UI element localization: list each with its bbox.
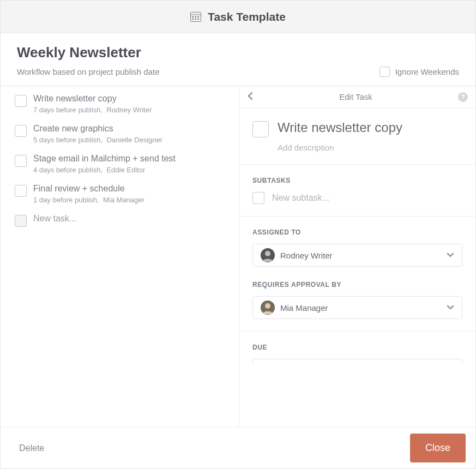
ignore-weekends-label: Ignore Weekends	[395, 67, 459, 76]
task-title: Write newsletter copy	[33, 94, 229, 104]
requires-approval-value: Mia Manager	[280, 303, 328, 312]
avatar	[261, 300, 275, 315]
due-select[interactable]	[252, 359, 462, 363]
modal-title: Task Template	[208, 10, 286, 23]
workflow-row: Workflow based on project publish date I…	[17, 67, 459, 77]
task-row[interactable]: Create new graphics 5 days before publis…	[15, 124, 229, 144]
requires-approval-select[interactable]: Mia Manager	[252, 296, 462, 319]
task-checkbox[interactable]	[15, 155, 27, 167]
edit-task-header-title: Edit Task	[339, 92, 372, 101]
task-row[interactable]: Stage email in Mailchimp + send test 4 d…	[15, 154, 229, 174]
template-icon	[190, 12, 201, 22]
svg-point-9	[265, 251, 270, 256]
assigned-to-section: ASSIGNED TO Rodney Writer REQUIRES APPRO…	[239, 216, 475, 331]
svg-rect-6	[195, 19, 196, 20]
columns: Write newsletter copy 7 days before publ…	[1, 86, 475, 427]
edit-task-header: Edit Task ?	[239, 86, 475, 108]
task-title: Create new graphics	[33, 124, 229, 134]
chevron-down-icon	[447, 303, 454, 312]
edit-task-checkbox[interactable]	[252, 121, 269, 137]
svg-rect-5	[192, 19, 194, 20]
task-checkbox[interactable]	[15, 95, 27, 107]
task-title: Final review + schedule	[33, 184, 229, 194]
task-checkbox[interactable]	[15, 185, 27, 197]
back-icon[interactable]	[247, 92, 254, 103]
help-icon[interactable]: ?	[458, 92, 468, 102]
task-row[interactable]: Final review + schedule 1 day before pub…	[15, 184, 229, 204]
close-button[interactable]: Close	[410, 434, 466, 462]
edit-task-body: Write newsletter copy Add description	[239, 108, 475, 164]
svg-rect-3	[195, 16, 196, 17]
new-task-placeholder[interactable]: New task...	[33, 214, 229, 224]
task-subtext: 5 days before publish, Danielle Designer	[33, 136, 229, 144]
template-meta: Weekly Newsletter Workflow based on proj…	[1, 33, 475, 86]
new-subtask-row[interactable]: New subtask...	[252, 192, 462, 204]
task-list: Write newsletter copy 7 days before publ…	[1, 86, 239, 248]
task-list-panel[interactable]: Write newsletter copy 7 days before publ…	[1, 86, 239, 427]
new-task-row[interactable]: New task...	[15, 214, 229, 227]
chevron-down-icon	[447, 250, 454, 260]
task-title: Stage email in Mailchimp + send test	[33, 154, 229, 164]
task-subtext: 1 day before publish, Mia Manager	[33, 196, 229, 204]
task-checkbox[interactable]	[15, 125, 27, 137]
assigned-to-select[interactable]: Rodney Writer	[252, 244, 462, 267]
ignore-weekends-checkbox[interactable]	[379, 67, 390, 77]
workflow-basis-text: Workflow based on project publish date	[17, 67, 160, 76]
task-row[interactable]: Write newsletter copy 7 days before publ…	[15, 94, 229, 114]
svg-point-11	[265, 303, 270, 309]
due-label: DUE	[252, 344, 462, 351]
modal-title-group: Task Template	[190, 10, 286, 23]
svg-rect-7	[197, 19, 199, 20]
new-subtask-placeholder[interactable]: New subtask...	[272, 193, 329, 203]
avatar	[261, 248, 275, 262]
subtask-checkbox[interactable]	[252, 192, 264, 204]
requires-approval-label: REQUIRES APPROVAL BY	[252, 281, 462, 288]
subtasks-label: SUBTASKS	[252, 177, 462, 184]
svg-rect-2	[192, 16, 194, 17]
due-section: DUE	[239, 331, 475, 375]
subtasks-section: SUBTASKS New subtask...	[239, 164, 475, 216]
task-subtext: 7 days before publish, Rodney Writer	[33, 106, 229, 114]
task-template-modal: Task Template Weekly Newsletter Workflow…	[0, 0, 476, 469]
task-subtext: 4 days before publish, Eddie Editor	[33, 166, 229, 174]
edit-task-title[interactable]: Write newsletter copy	[278, 120, 402, 137]
modal-header: Task Template	[1, 1, 475, 33]
edit-task-title-row: Write newsletter copy	[252, 120, 462, 137]
edit-task-panel[interactable]: Edit Task ? Write newsletter copy Add de…	[239, 86, 475, 427]
add-description-field[interactable]: Add description	[278, 143, 462, 152]
delete-button[interactable]: Delete	[19, 443, 44, 453]
template-name[interactable]: Weekly Newsletter	[17, 44, 459, 61]
modal-footer: Delete Close	[1, 427, 475, 468]
ignore-weekends-toggle[interactable]: Ignore Weekends	[379, 67, 459, 77]
assigned-to-value: Rodney Writer	[280, 251, 333, 260]
assigned-to-label: ASSIGNED TO	[252, 229, 462, 236]
new-task-checkbox	[15, 215, 27, 227]
svg-rect-4	[197, 16, 199, 17]
